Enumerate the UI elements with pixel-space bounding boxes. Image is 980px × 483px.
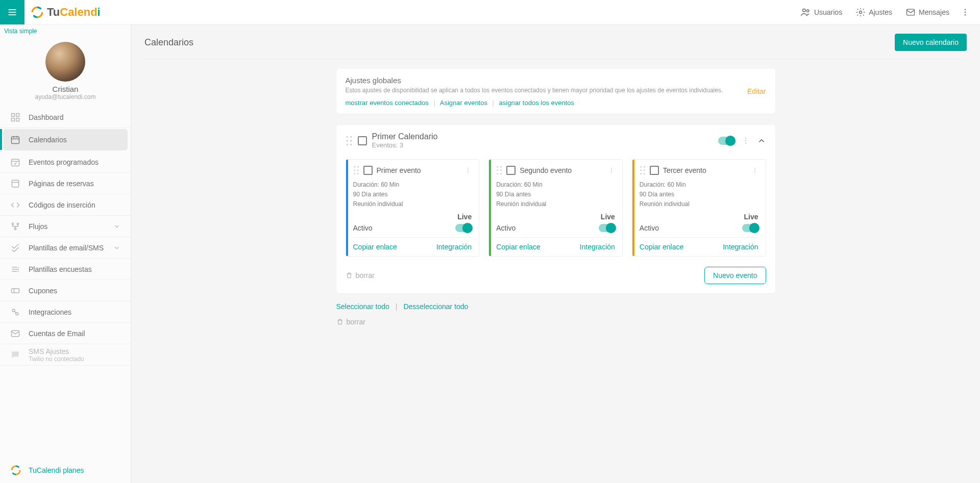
event-live-badge: Live: [601, 213, 615, 221]
svg-rect-13: [16, 113, 19, 116]
svg-point-48: [357, 173, 358, 174]
integration-link[interactable]: Integración: [723, 243, 758, 251]
event-checkbox[interactable]: [363, 166, 373, 175]
event-toggle[interactable]: [742, 224, 758, 232]
sidebar-item-cuentas-email[interactable]: Cuentas de Email: [0, 323, 131, 344]
users-button[interactable]: Usuarios: [794, 3, 848, 22]
link-assign-events[interactable]: Asignar eventos: [440, 99, 487, 107]
svg-point-38: [346, 143, 348, 145]
svg-point-42: [745, 142, 746, 143]
profile-name: Cristian: [0, 85, 131, 93]
svg-point-59: [611, 170, 612, 171]
svg-point-37: [350, 140, 352, 142]
link-show-connected[interactable]: mostrar eventos conectados: [346, 99, 429, 107]
brand-logo[interactable]: TuCalendi: [24, 6, 101, 19]
svg-point-46: [357, 170, 358, 171]
collapse-button[interactable]: [757, 136, 766, 145]
drag-handle-icon[interactable]: [353, 166, 359, 175]
svg-point-41: [745, 140, 746, 141]
link-assign-all[interactable]: asignar todos los eventos: [499, 99, 574, 107]
sidebar-item-codigos[interactable]: Códigos de inserción: [0, 194, 131, 216]
svg-rect-16: [12, 137, 19, 143]
event-active-label: Activo: [496, 224, 516, 232]
calendar-header: Primer Calendario Eventos: 3: [346, 132, 766, 149]
event-checkbox[interactable]: [506, 166, 516, 175]
svg-point-67: [754, 168, 755, 169]
chat-icon: [10, 350, 20, 360]
global-edit-link[interactable]: Editar: [747, 87, 766, 95]
calendar-toggle[interactable]: [718, 137, 734, 145]
integration-link[interactable]: Integración: [580, 243, 615, 251]
sidebar-item-cupones[interactable]: Cupones: [0, 280, 131, 301]
svg-point-40: [745, 138, 746, 139]
sidebar-item-plantillas-encuestas[interactable]: Plantillas encuestas: [0, 259, 131, 280]
global-settings-title: Ajustes globales: [346, 76, 723, 85]
svg-rect-14: [12, 118, 15, 121]
copy-link-button[interactable]: Copiar enlace: [353, 243, 397, 251]
svg-point-45: [354, 170, 355, 171]
global-settings-card: Ajustes globales Estos ajustes de dispon…: [336, 69, 775, 114]
svg-point-39: [350, 143, 352, 145]
integration-link[interactable]: Integración: [436, 243, 472, 251]
event-meta: Duración: 60 Min 90 Día antes Reunión in…: [640, 180, 758, 210]
page-title: Calendarios: [144, 37, 193, 48]
avatar[interactable]: [45, 42, 85, 82]
event-more-button[interactable]: [608, 167, 615, 174]
svg-point-60: [611, 172, 612, 173]
sidebar-item-flujos[interactable]: Flujos: [0, 216, 131, 237]
calendar-more-button[interactable]: [742, 137, 750, 145]
overflow-menu-button[interactable]: [957, 4, 974, 21]
settings-button[interactable]: Ajustes: [849, 3, 898, 21]
brand-text: TuCalendi: [47, 6, 101, 19]
svg-point-50: [468, 170, 469, 171]
select-all-link[interactable]: Seleccionar todo: [336, 302, 389, 311]
survey-icon: [10, 264, 20, 274]
copy-link-button[interactable]: Copiar enlace: [640, 243, 683, 251]
sidebar-item-eventos[interactable]: Eventos programados: [0, 151, 131, 173]
event-toggle[interactable]: [599, 224, 615, 232]
svg-rect-22: [12, 180, 18, 187]
new-calendar-button[interactable]: Nuevo calendario: [895, 34, 967, 51]
sidebar-item-sms[interactable]: SMS Ajustes Twilio no contectado: [0, 344, 131, 366]
svg-point-62: [644, 166, 645, 168]
vista-simple-link[interactable]: Vista simple: [0, 24, 131, 38]
event-live-badge: Live: [457, 213, 472, 221]
new-event-button[interactable]: Nuevo evento: [704, 267, 766, 284]
sidebar-item-paginas[interactable]: Páginas de reservas: [0, 173, 131, 194]
svg-point-44: [357, 166, 358, 168]
messages-button[interactable]: Mensajes: [899, 3, 955, 21]
sidebar-item-calendarios[interactable]: Calendarios: [3, 129, 128, 150]
copy-link-button[interactable]: Copiar enlace: [496, 243, 540, 251]
hamburger-button[interactable]: [0, 0, 24, 24]
svg-point-63: [640, 170, 642, 171]
deselect-all-link[interactable]: Desseleccionar todo: [403, 302, 468, 311]
event-meta: Duración: 60 Min 90 Día antes Reunión in…: [496, 180, 615, 210]
event-checkbox[interactable]: [650, 166, 659, 175]
more-vertical-icon: [961, 8, 970, 17]
svg-point-9: [965, 9, 966, 10]
svg-point-26: [14, 228, 16, 230]
calendar-title: Primer Calendario: [372, 132, 438, 141]
chevron-up-icon: [757, 136, 766, 145]
code-icon: [10, 200, 20, 210]
event-card: Tercer evento Duración: 60 Min 90 Día an…: [632, 159, 766, 257]
sidebar-item-integraciones[interactable]: Integraciones: [0, 301, 131, 323]
header-actions: Usuarios Ajustes Mensajes: [794, 3, 980, 22]
sidebar-item-plantillas-email[interactable]: Plantillas de email/SMS: [0, 237, 131, 259]
event-more-button[interactable]: [464, 167, 472, 174]
global-delete-button[interactable]: borrar: [336, 318, 775, 326]
svg-point-25: [17, 223, 18, 224]
sidebar-footer-plans[interactable]: TuCalendi planes: [0, 457, 131, 483]
drag-handle-icon[interactable]: [640, 166, 646, 175]
calendar-icon: [10, 135, 20, 145]
drag-handle-icon[interactable]: [496, 166, 502, 175]
calendar-checkbox[interactable]: [358, 136, 367, 145]
calendar-delete-button[interactable]: borrar: [346, 271, 375, 279]
svg-point-55: [500, 170, 502, 171]
flow-icon: [10, 221, 20, 232]
event-toggle[interactable]: [455, 224, 472, 232]
drag-handle-icon[interactable]: [346, 136, 353, 146]
sidebar-item-dashboard[interactable]: Dashboard: [0, 107, 131, 128]
event-more-button[interactable]: [751, 167, 758, 174]
svg-point-7: [860, 11, 862, 13]
